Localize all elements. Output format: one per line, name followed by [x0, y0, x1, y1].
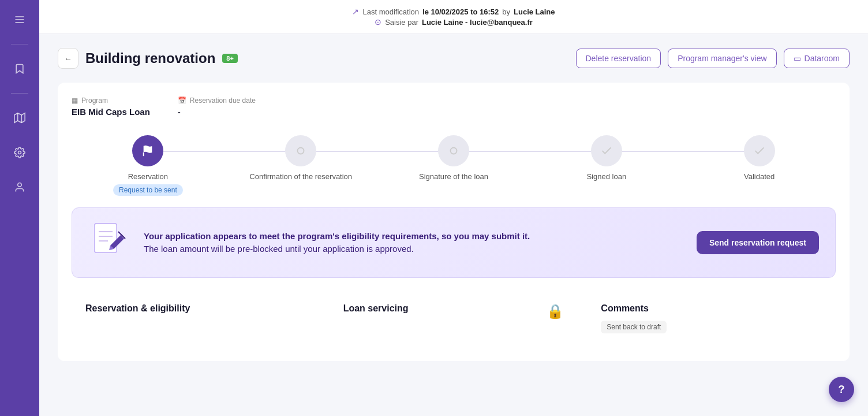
due-date-value: - — [178, 107, 256, 117]
modification-info: ↗ Last modification le 10/02/2025 to 16:… — [352, 7, 555, 16]
svg-point-9 — [298, 148, 304, 154]
back-button[interactable]: ← — [58, 48, 78, 69]
delete-label: Delete reservation — [586, 54, 652, 63]
help-icon: ? — [839, 384, 845, 396]
calendar-icon: 📅 — [178, 96, 186, 105]
modification-date: le 10/02/2025 to 16:52 — [422, 8, 499, 16]
modification-prefix: Last modification — [362, 8, 419, 16]
delete-reservation-button[interactable]: Delete reservation — [576, 49, 661, 68]
saisie-info: ⊙ Saisie par Lucie Laine - lucie@banquea… — [375, 17, 533, 27]
trend-icon: ↗ — [352, 7, 359, 16]
progress-stepper: Reservation Request to be sent Confirmat… — [72, 135, 836, 196]
alert-text: Your application appears to meet the pro… — [144, 230, 683, 256]
step-signed-loan: Signed loan — [530, 135, 683, 181]
loan-servicing-card: Loan servicing 🔒 — [330, 289, 578, 347]
send-reservation-label: Send reservation request — [709, 238, 806, 247]
due-date-field: 📅 Reservation due date - — [178, 96, 256, 117]
loan-servicing-title: Loan servicing — [343, 303, 409, 314]
alert-text-bold: Your application appears to meet the pro… — [144, 231, 530, 241]
help-button[interactable]: ? — [829, 377, 854, 402]
alert-text-normal: The loan amount will be pre-blocked unti… — [144, 244, 414, 254]
alert-icon-area — [88, 222, 130, 263]
dataroom-button[interactable]: ▭ Dataroom — [784, 49, 850, 68]
program-label: ▦ Program — [72, 96, 150, 105]
svg-point-7 — [18, 183, 22, 187]
page-header: ← Building renovation 8+ Delete reservat… — [58, 48, 850, 69]
step-reservation: Reservation Request to be sent — [72, 135, 225, 196]
comments-title: Comments — [601, 303, 822, 314]
step-label-reservation: Reservation — [128, 172, 168, 181]
dataroom-icon: ▭ — [794, 54, 801, 63]
top-bar: ↗ Last modification le 10/02/2025 to 16:… — [39, 0, 868, 34]
sidebar-divider-2 — [11, 93, 28, 94]
main-content: ↗ Last modification le 10/02/2025 to 16:… — [39, 0, 868, 416]
saisie-author: Lucie Laine - lucie@banquea.fr — [422, 18, 533, 27]
step-circle-confirmation — [285, 135, 316, 166]
step-validated: Validated — [683, 135, 836, 181]
svg-point-10 — [450, 148, 457, 154]
comments-card: Comments Sent back to draft — [587, 289, 836, 347]
svg-point-6 — [18, 151, 21, 154]
sidebar-item-menu[interactable] — [9, 9, 30, 30]
program-manager-view-button[interactable]: Program manager's view — [668, 49, 776, 68]
step-label-validated: Validated — [744, 172, 775, 181]
program-icon: ▦ — [72, 96, 78, 105]
reservation-eligibility-title: Reservation & eligibility — [85, 303, 306, 314]
sidebar-divider-1 — [11, 44, 28, 44]
lock-icon: 🔒 — [547, 303, 564, 320]
header-actions: Delete reservation Program manager's vie… — [576, 49, 850, 68]
sidebar-item-settings[interactable] — [9, 142, 30, 163]
info-fields: ▦ Program EIB Mid Caps Loan 📅 Reservatio… — [72, 96, 836, 117]
step-circle-validated — [744, 135, 775, 166]
page-body: ← Building renovation 8+ Delete reservat… — [39, 34, 868, 416]
send-reservation-request-button[interactable]: Send reservation request — [697, 231, 819, 254]
step-label-confirmation: Confirmation of the reservation — [249, 172, 352, 181]
info-card: ▦ Program EIB Mid Caps Loan 📅 Reservatio… — [58, 83, 850, 361]
program-field: ▦ Program EIB Mid Caps Loan — [72, 96, 150, 117]
step-signature: Signature of the loan — [377, 135, 530, 181]
sidebar — [0, 0, 39, 416]
sidebar-item-map[interactable] — [9, 107, 30, 128]
saisie-prefix: Saisie par — [385, 18, 418, 27]
step-sub-reservation: Request to be sent — [113, 184, 183, 196]
sidebar-item-bookmark[interactable] — [9, 58, 30, 79]
sent-back-badge: Sent back to draft — [601, 321, 667, 333]
clock-icon: ⊙ — [375, 17, 381, 27]
step-circle-signed — [591, 135, 622, 166]
page-title: Building renovation — [85, 50, 215, 66]
count-badge: 8+ — [222, 54, 238, 63]
svg-marker-3 — [14, 113, 25, 123]
sidebar-item-user[interactable] — [9, 177, 30, 198]
step-confirmation: Confirmation of the reservation — [225, 135, 377, 181]
dataroom-label: Dataroom — [805, 54, 840, 63]
step-circle-reservation — [132, 135, 163, 166]
document-icon — [92, 222, 126, 263]
program-value: EIB Mid Caps Loan — [72, 107, 150, 117]
step-label-signed: Signed loan — [586, 172, 626, 181]
modification-by: by — [502, 8, 510, 16]
step-circle-signature — [438, 135, 469, 166]
back-arrow-icon: ← — [64, 54, 72, 63]
step-label-signature: Signature of the loan — [419, 172, 488, 181]
modification-author: Lucie Laine — [514, 8, 555, 16]
due-date-label: 📅 Reservation due date — [178, 96, 256, 105]
alert-banner: Your application appears to meet the pro… — [72, 207, 836, 278]
bottom-cards: Reservation & eligibility Loan servicing… — [72, 289, 836, 347]
reservation-eligibility-card: Reservation & eligibility — [72, 289, 320, 347]
title-group: ← Building renovation 8+ — [58, 48, 238, 69]
program-manager-label: Program manager's view — [678, 54, 766, 63]
